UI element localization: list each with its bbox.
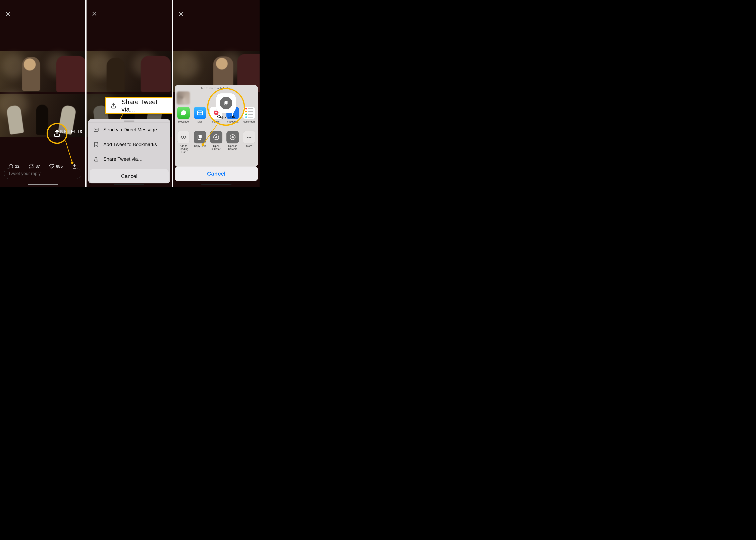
highlight-copy-link-callout: Copy Link bbox=[213, 93, 239, 119]
menu-send-dm[interactable]: Send via Direct Message bbox=[88, 122, 170, 137]
envelope-icon bbox=[93, 127, 99, 133]
menu-add-bookmark[interactable]: Add Tweet to Bookmarks bbox=[88, 137, 170, 152]
panel-ios-share-sheet: Tap to share with AirDrop Message Mail P… bbox=[173, 0, 260, 187]
reply-input[interactable]: Tweet your reply bbox=[4, 168, 81, 179]
app-mail[interactable]: Mail bbox=[193, 107, 207, 126]
action-open-chrome-label: Open in Chrome bbox=[228, 145, 237, 151]
home-indicator bbox=[114, 184, 144, 185]
close-icon[interactable] bbox=[92, 12, 97, 16]
airdrop-hint: Tap to share with AirDrop bbox=[175, 85, 258, 90]
action-reading-list-label: Add to Reading List bbox=[177, 145, 190, 154]
highlight-share-tweet-via: Share Tweet via… bbox=[105, 97, 173, 114]
highlight-label: Share Tweet via… bbox=[121, 98, 168, 113]
app-message-label: Message bbox=[178, 120, 189, 126]
highlight-ring-share-large bbox=[47, 123, 67, 144]
highlight-dot-3 bbox=[202, 143, 204, 146]
svg-point-10 bbox=[232, 136, 234, 138]
action-copy-link-label: Copy Link bbox=[194, 145, 206, 150]
home-indicator bbox=[28, 184, 58, 185]
close-icon[interactable] bbox=[179, 12, 183, 16]
video-frame-upper bbox=[86, 51, 172, 92]
action-more[interactable]: More bbox=[242, 131, 256, 154]
app-reminders-label: Reminders bbox=[243, 120, 256, 126]
copy-icon bbox=[223, 100, 229, 106]
svg-rect-14 bbox=[225, 101, 228, 104]
cancel-button-label: Cancel bbox=[121, 173, 137, 179]
svg-point-11 bbox=[247, 137, 248, 138]
panel-share-menu: Share Tweet via… Send via Direct Message… bbox=[86, 0, 173, 187]
svg-point-13 bbox=[250, 137, 252, 138]
cancel-button[interactable]: Cancel bbox=[175, 167, 258, 181]
share-icon bbox=[53, 129, 61, 137]
highlight-copy-link-label: Copy Link bbox=[217, 114, 235, 119]
video-frame-upper bbox=[0, 51, 85, 92]
reply-placeholder: Tweet your reply bbox=[8, 171, 41, 176]
action-more-label: More bbox=[246, 145, 252, 150]
tweet-action-sheet: Send via Direct Message Add Tweet to Boo… bbox=[88, 119, 170, 184]
app-message[interactable]: Message bbox=[177, 107, 190, 126]
share-icon bbox=[110, 102, 117, 109]
cancel-button[interactable]: Cancel bbox=[90, 169, 168, 184]
action-copy-link[interactable]: Copy Link bbox=[193, 131, 207, 154]
share-actions-row: Add to Reading List Copy Link Open in Sa… bbox=[175, 128, 258, 156]
share-icon bbox=[93, 156, 99, 162]
video-frame-lower: NETFLIX bbox=[0, 94, 85, 137]
action-reading-list[interactable]: Add to Reading List bbox=[177, 131, 190, 154]
action-open-chrome[interactable]: Open in Chrome bbox=[226, 131, 240, 154]
menu-share-via[interactable]: Share Tweet via… bbox=[88, 152, 170, 166]
menu-share-via-label: Share Tweet via… bbox=[103, 156, 143, 162]
panel-tweet-media: NETFLIX 12 87 685 bbox=[0, 0, 86, 187]
close-icon[interactable] bbox=[6, 12, 10, 16]
app-mail-label: Mail bbox=[197, 120, 202, 126]
action-open-safari-label: Open in Safari bbox=[212, 145, 221, 151]
menu-add-bookmark-label: Add Tweet to Bookmarks bbox=[103, 142, 157, 147]
svg-rect-6 bbox=[199, 135, 202, 138]
svg-point-4 bbox=[181, 136, 183, 138]
airdrop-contact-avatar[interactable] bbox=[177, 91, 190, 105]
home-indicator bbox=[201, 184, 232, 185]
action-open-safari[interactable]: Open in Safari bbox=[210, 131, 223, 154]
menu-send-dm-label: Send via Direct Message bbox=[103, 127, 157, 133]
bookmark-add-icon bbox=[93, 142, 99, 147]
sheet-drag-handle[interactable] bbox=[124, 120, 135, 122]
svg-point-5 bbox=[183, 136, 186, 138]
cancel-button-label: Cancel bbox=[207, 171, 226, 177]
svg-point-12 bbox=[249, 137, 250, 138]
